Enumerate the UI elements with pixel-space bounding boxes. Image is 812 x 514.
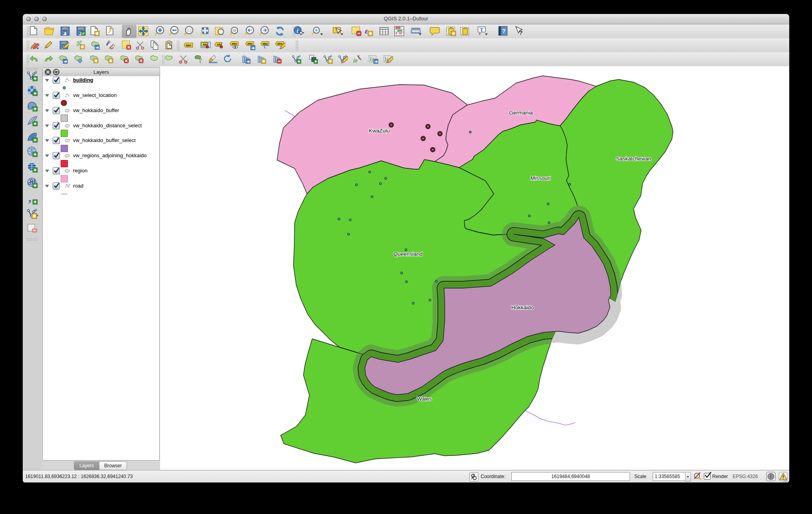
svg-text:Queensland: Queensland [394,251,423,257]
svg-text:abc: abc [232,42,237,45]
svg-text:KwaZulu: KwaZulu [369,128,390,134]
svg-text:1:1: 1:1 [187,29,192,32]
svg-text:i: i [297,28,298,34]
svg-text:?: ? [502,28,506,34]
svg-text:Hokkaido: Hokkaido [511,304,534,310]
svg-text:abc: abc [277,42,283,45]
svg-text:?: ? [519,29,523,36]
svg-text:,: , [28,193,32,204]
svg-text:Germania: Germania [509,110,533,116]
svg-text:abc: abc [247,42,253,45]
svg-text:T: T [480,27,483,33]
svg-text:Wales: Wales [417,396,432,402]
svg-text:ε: ε [365,26,368,35]
svg-text:Saskatchewan: Saskatchewan [616,156,651,162]
svg-text:Missouri: Missouri [531,175,551,181]
svg-text:abc: abc [186,43,191,47]
